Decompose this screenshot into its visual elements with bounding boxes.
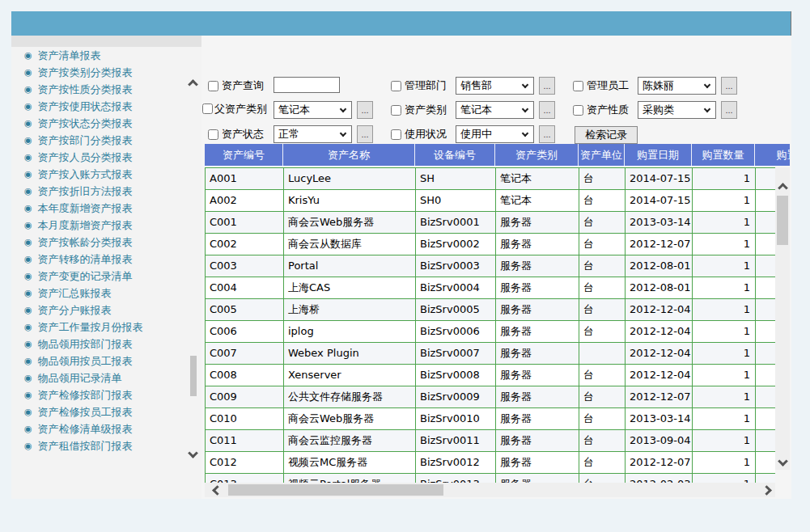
scroll-down-icon[interactable] xyxy=(188,448,198,458)
asset-query-checkbox[interactable] xyxy=(208,81,218,91)
sidebar-item[interactable]: ◉资产变更的记录清单 xyxy=(11,268,188,285)
cell-device-no: BizSrv0006 xyxy=(416,321,496,342)
sidebar-item[interactable]: ◉资产租借按部门报表 xyxy=(11,437,188,454)
parent-category-select[interactable]: 笔记本 xyxy=(274,101,352,119)
parent-category-checkbox[interactable] xyxy=(202,103,213,114)
management-staff-checkbox[interactable] xyxy=(573,81,583,91)
usage-status-more-button[interactable]: ... xyxy=(539,125,555,143)
management-staff-more-button[interactable]: ... xyxy=(721,77,737,95)
sidebar-item[interactable]: ◉物品领用记录清单 xyxy=(11,369,188,386)
sidebar-item[interactable]: ◉资产汇总账报表 xyxy=(11,285,188,302)
sidebar-scrollbar[interactable] xyxy=(188,47,199,499)
sidebar-item[interactable]: ◉资产按状态分类报表 xyxy=(11,115,188,132)
table-row[interactable]: C001商会云Web服务器BizSrv0001服务器台2013-03-141 xyxy=(206,212,775,234)
sidebar-item[interactable]: ◉资产清单报表 xyxy=(11,47,188,64)
table-row[interactable]: C011商会云监控服务器BizSrv0011服务器台2013-09-041 xyxy=(206,430,775,452)
cell-purchase-date: 2014-07-15 xyxy=(626,190,693,211)
management-dept-checkbox[interactable] xyxy=(391,81,401,91)
cell-asset-category: 服务器 xyxy=(496,212,579,233)
scroll-up-button[interactable] xyxy=(775,179,790,196)
sidebar-item[interactable]: ◉物品领用按员工报表 xyxy=(11,353,188,369)
sidebar-item[interactable]: ◉资产检修按员工报表 xyxy=(11,403,188,420)
cell-purchase-extra xyxy=(756,234,775,255)
asset-status-select[interactable]: 正常 xyxy=(274,125,352,143)
table-row[interactable]: C006iplogBizSrv0006服务器台2012-12-041 xyxy=(206,321,775,343)
asset-query-filter: 资产查询 xyxy=(208,78,264,93)
scroll-down-button[interactable] xyxy=(775,452,790,470)
scroll-up-icon[interactable] xyxy=(188,79,198,90)
cell-asset-category: 服务器 xyxy=(496,430,579,451)
table-row[interactable]: C012视频云MC服务器BizSrv0012服务器台2012-12-071 xyxy=(206,452,775,474)
table-row[interactable]: C007Webex PluginBizSrv0007服务器2012-12-041 xyxy=(206,343,775,365)
sidebar-item[interactable]: ◉资产转移的清单报表 xyxy=(11,251,188,268)
sidebar-item[interactable]: ◉资产按折旧方法报表 xyxy=(11,183,188,200)
management-dept-select[interactable]: 销售部 xyxy=(456,77,534,95)
scroll-left-button[interactable] xyxy=(208,483,226,497)
sidebar-item[interactable]: ◉资产按使用状态报表 xyxy=(11,98,188,115)
sidebar-item[interactable]: ◉资产检修清单级报表 xyxy=(11,420,188,437)
cell-asset-unit: 台 xyxy=(579,212,626,233)
search-records-button[interactable]: 检索记录 xyxy=(575,126,638,144)
sidebar-item[interactable]: ◉资产检修按部门报表 xyxy=(11,386,188,403)
sidebar-item[interactable]: ◉资产按帐龄分类报表 xyxy=(11,234,188,251)
cell-asset-name: KrisYu xyxy=(284,190,416,211)
sidebar-item[interactable]: ◉资产按性质分类报表 xyxy=(11,81,188,98)
usage-status-checkbox[interactable] xyxy=(391,129,401,140)
sidebar-item[interactable]: ◉本月度新增资产报表 xyxy=(11,217,188,234)
sidebar-item[interactable]: ◉物品领用按部门报表 xyxy=(11,336,188,353)
table-row[interactable]: C004上海CASBizSrv0004服务器台2012-08-011 xyxy=(206,277,775,299)
table-row[interactable]: A001LucyLeeSH笔记本台2014-07-151 xyxy=(206,168,775,190)
cell-purchase-extra xyxy=(756,299,775,320)
management-dept-more-button[interactable]: ... xyxy=(539,77,555,95)
table-row[interactable]: C008XenserverBizSrv0008服务器台2012-12-041 xyxy=(206,365,775,386)
cell-purchase-date: 2012-12-04 xyxy=(626,365,693,386)
cell-device-no: BizSrv0009 xyxy=(416,386,496,407)
horizontal-scroll-thumb[interactable] xyxy=(228,484,443,496)
asset-status-more-button[interactable]: ... xyxy=(357,125,373,143)
cell-purchase-date: 2012-12-04 xyxy=(626,343,693,364)
sidebar-item[interactable]: ◉资产分户账报表 xyxy=(11,302,188,319)
usage-status-select[interactable]: 使用中 xyxy=(456,125,534,143)
asset-category-checkbox[interactable] xyxy=(391,105,401,116)
cell-purchase-qty: 1 xyxy=(693,430,756,451)
sidebar-item-label: 资产转移的清单报表 xyxy=(38,252,133,267)
sidebar-item[interactable]: ◉资产按类别分类报表 xyxy=(11,64,188,81)
cell-device-no: BizSrv0003 xyxy=(416,255,496,277)
table-horizontal-scrollbar[interactable] xyxy=(205,483,775,497)
asset-category-select[interactable]: 笔记本 xyxy=(456,101,534,119)
cell-asset-unit: 台 xyxy=(579,452,626,473)
scroll-down-icon xyxy=(778,456,788,467)
asset-nature-more-button[interactable]: ... xyxy=(721,101,737,119)
table-vertical-scrollbar[interactable] xyxy=(775,167,790,470)
asset-nature-checkbox[interactable] xyxy=(573,105,583,116)
table-row[interactable]: C013视频云Portal服务器BizSrv0013服务器台2012-02-03… xyxy=(206,474,775,483)
header-cell-purchase-qty: 购置数量 xyxy=(692,144,755,166)
sidebar-item[interactable]: ◉资产按入账方式报表 xyxy=(11,166,188,183)
asset-category-more-button[interactable]: ... xyxy=(539,101,555,119)
sidebar-scroll-thumb[interactable] xyxy=(190,356,197,396)
parent-category-more-button[interactable]: ... xyxy=(357,101,373,119)
management-staff-filter: 管理员工 xyxy=(573,78,629,93)
table-row[interactable]: C003PortalBizSrv0003服务器台2012-08-011 xyxy=(206,255,775,277)
chevron-down-icon xyxy=(522,130,528,137)
table-row[interactable]: C009公共文件存储服务器BizSrv0009服务器台2012-12-071 xyxy=(206,386,775,408)
scroll-right-button[interactable] xyxy=(757,483,775,497)
sidebar-item[interactable]: ◉资产按人员分类报表 xyxy=(11,149,188,166)
sidebar-item[interactable]: ◉本年度新增资产报表 xyxy=(11,200,188,217)
sidebar-item[interactable]: ◉资产按部门分类报表 xyxy=(11,132,188,149)
table-row[interactable]: C002商会云从数据库BizSrv0002服务器台2012-12-071 xyxy=(206,234,775,255)
management-staff-select[interactable]: 陈姝丽 xyxy=(638,77,716,95)
table-row[interactable]: A002KrisYuSH0笔记本台2014-07-151 xyxy=(206,190,775,212)
vertical-scroll-thumb[interactable] xyxy=(777,196,788,245)
table-row[interactable]: C010商会云Web服务器BizSrv0010服务器台2013-03-141 xyxy=(206,408,775,430)
cell-asset-category: 笔记本 xyxy=(496,168,579,189)
sidebar-item-label: 物品领用按员工报表 xyxy=(38,354,133,369)
sidebar-item[interactable]: ◉资产工作量按月份报表 xyxy=(11,319,188,336)
asset-nature-select[interactable]: 采购类 xyxy=(638,101,716,119)
asset-query-label: 资产查询 xyxy=(222,78,264,93)
scroll-left-icon xyxy=(212,485,223,496)
table-row[interactable]: C005上海桥BizSrv0005服务器台2012-12-041 xyxy=(206,299,775,321)
asset-query-input[interactable] xyxy=(274,77,340,93)
cell-purchase-date: 2012-08-01 xyxy=(626,255,693,277)
asset-status-checkbox[interactable] xyxy=(208,129,218,140)
